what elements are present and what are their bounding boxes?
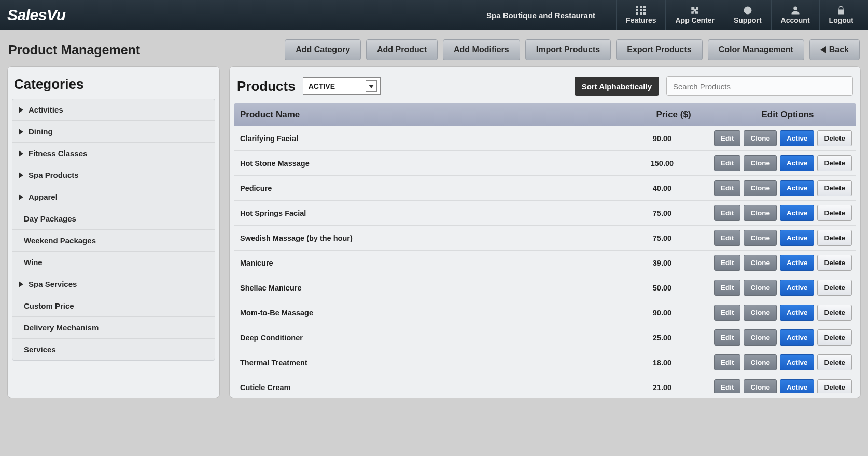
col-edit-options: Edit Options — [725, 109, 850, 120]
nav-label: App Center — [675, 16, 714, 24]
clone-button[interactable]: Clone — [744, 205, 777, 221]
edit-button[interactable]: Edit — [714, 230, 741, 246]
category-item[interactable]: Dining — [12, 121, 215, 143]
categories-panel: Categories ActivitiesDiningFitness Class… — [7, 66, 220, 398]
clone-button[interactable]: Clone — [744, 255, 777, 271]
edit-button[interactable]: Edit — [714, 180, 741, 196]
add-modifiers-button[interactable]: Add Modifiers — [443, 39, 520, 60]
category-item[interactable]: Activities — [12, 99, 215, 121]
edit-button[interactable]: Edit — [714, 255, 741, 271]
product-row: Hot Stone Massage150.00EditCloneActiveDe… — [234, 151, 856, 176]
category-item[interactable]: Day Packages — [12, 208, 215, 230]
delete-button[interactable]: Delete — [817, 305, 852, 321]
svg-rect-7 — [640, 12, 642, 15]
category-item[interactable]: Weekend Packages — [12, 230, 215, 252]
active-button[interactable]: Active — [780, 130, 815, 146]
product-row: Manicure39.00EditCloneActiveDelete — [234, 251, 856, 275]
category-label: Weekend Packages — [24, 236, 96, 245]
add-product-button[interactable]: Add Product — [366, 39, 438, 60]
clone-button[interactable]: Clone — [744, 354, 777, 370]
lock-icon — [836, 6, 846, 15]
nav-label: Features — [626, 16, 656, 24]
color-management-button[interactable]: Color Management — [708, 39, 804, 60]
edit-button[interactable]: Edit — [714, 354, 741, 370]
category-item[interactable]: Spa Services — [12, 273, 215, 295]
edit-button[interactable]: Edit — [714, 155, 741, 171]
active-button[interactable]: Active — [780, 379, 815, 393]
active-button[interactable]: Active — [780, 205, 815, 221]
category-item[interactable]: Apparel — [12, 186, 215, 208]
edit-button[interactable]: Edit — [714, 280, 741, 296]
svg-rect-2 — [643, 6, 646, 8]
svg-rect-4 — [640, 9, 642, 11]
row-actions: EditCloneActiveDelete — [714, 255, 852, 271]
active-button[interactable]: Active — [780, 305, 815, 321]
edit-button[interactable]: Edit — [714, 379, 741, 393]
row-actions: EditCloneActiveDelete — [714, 280, 852, 296]
row-actions: EditCloneActiveDelete — [714, 155, 852, 171]
product-price: 25.00 — [610, 334, 714, 342]
active-button[interactable]: Active — [780, 230, 815, 246]
clone-button[interactable]: Clone — [744, 155, 777, 171]
nav-logout[interactable]: Logout — [819, 0, 863, 30]
page-title: Product Management — [8, 43, 140, 58]
nav-app-center[interactable]: App Center — [665, 0, 723, 30]
edit-button[interactable]: Edit — [714, 305, 741, 321]
svg-rect-0 — [636, 6, 638, 8]
clone-button[interactable]: Clone — [744, 305, 777, 321]
sort-alphabetically-button[interactable]: Sort Alphabetically — [575, 77, 659, 96]
clone-button[interactable]: Clone — [744, 130, 777, 146]
back-label: Back — [829, 45, 849, 54]
delete-button[interactable]: Delete — [817, 255, 852, 271]
back-button[interactable]: Back — [809, 39, 860, 60]
product-price: 90.00 — [610, 134, 714, 143]
active-button[interactable]: Active — [780, 329, 815, 346]
nav-account[interactable]: Account — [771, 0, 819, 30]
nav-support[interactable]: Support — [724, 0, 771, 30]
import-products-button[interactable]: Import Products — [525, 39, 611, 60]
category-item[interactable]: Wine — [12, 252, 215, 273]
edit-button[interactable]: Edit — [714, 205, 741, 221]
clone-button[interactable]: Clone — [744, 379, 777, 393]
category-item[interactable]: Fitness Classes — [12, 143, 215, 164]
category-item[interactable]: Custom Price — [12, 295, 215, 317]
nav-features[interactable]: Features — [616, 0, 665, 30]
delete-button[interactable]: Delete — [817, 130, 852, 146]
product-name: Thermal Treatment — [238, 358, 610, 367]
products-rows: Clarifying Facial90.00EditCloneActiveDel… — [234, 126, 856, 393]
search-products-input[interactable] — [666, 76, 853, 96]
row-actions: EditCloneActiveDelete — [714, 180, 852, 196]
delete-button[interactable]: Delete — [817, 205, 852, 221]
category-item[interactable]: Spa Products — [12, 164, 215, 186]
chevron-right-icon — [19, 129, 23, 135]
delete-button[interactable]: Delete — [817, 280, 852, 296]
active-button[interactable]: Active — [780, 354, 815, 370]
clone-button[interactable]: Clone — [744, 280, 777, 296]
delete-button[interactable]: Delete — [817, 180, 852, 196]
chevron-left-icon — [820, 46, 826, 53]
active-button[interactable]: Active — [780, 280, 815, 296]
top-nav: Features App Center Support Account Logo… — [616, 0, 863, 30]
active-button[interactable]: Active — [780, 155, 815, 171]
clone-button[interactable]: Clone — [744, 180, 777, 196]
edit-button[interactable]: Edit — [714, 130, 741, 146]
delete-button[interactable]: Delete — [817, 230, 852, 246]
delete-button[interactable]: Delete — [817, 155, 852, 171]
clone-button[interactable]: Clone — [744, 230, 777, 246]
delete-button[interactable]: Delete — [817, 379, 852, 393]
add-category-button[interactable]: Add Category — [285, 39, 361, 60]
product-name: Mom-to-Be Massage — [238, 309, 610, 317]
delete-button[interactable]: Delete — [817, 354, 852, 370]
active-button[interactable]: Active — [780, 180, 815, 196]
status-filter-select[interactable]: ACTIVE — [303, 77, 381, 95]
clone-button[interactable]: Clone — [744, 329, 777, 346]
category-item[interactable]: Services — [12, 339, 215, 360]
edit-button[interactable]: Edit — [714, 329, 741, 346]
delete-button[interactable]: Delete — [817, 329, 852, 346]
product-price: 150.00 — [610, 159, 714, 168]
export-products-button[interactable]: Export Products — [616, 39, 702, 60]
row-actions: EditCloneActiveDelete — [714, 379, 852, 393]
nav-label: Logout — [829, 16, 853, 24]
category-item[interactable]: Delivery Mechanism — [12, 317, 215, 339]
active-button[interactable]: Active — [780, 255, 815, 271]
